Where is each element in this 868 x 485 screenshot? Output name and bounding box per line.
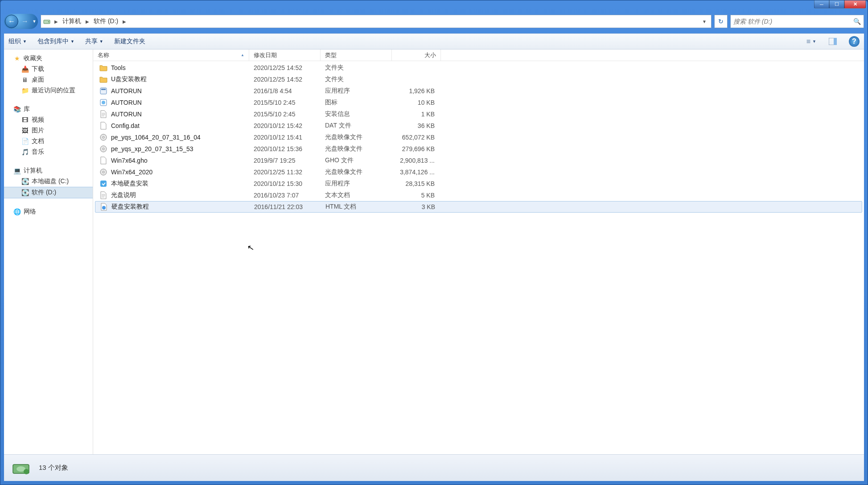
file-name-cell: pe_yqs_1064_20_07_31_16_04 [95, 133, 249, 141]
refresh-button[interactable]: ↻ [714, 15, 728, 28]
sidebar-item-pictures[interactable]: 🖼图片 [4, 125, 93, 136]
sidebar-item-recent[interactable]: 📁 最近访问的位置 [4, 85, 93, 96]
file-row[interactable]: Config.dat2020/10/12 15:42DAT 文件36 KB [95, 120, 862, 132]
file-icon [99, 133, 107, 141]
chevron-right-icon[interactable]: ▶ [83, 19, 92, 24]
search-box[interactable]: 🔍 [730, 15, 864, 28]
file-date: 2015/5/10 2:45 [249, 99, 321, 106]
breadcrumb-drive[interactable]: 软件 (D:) [92, 16, 120, 26]
include-library-menu[interactable]: 包含到库中▼ [37, 37, 74, 45]
drive-icon [43, 17, 51, 25]
organize-menu[interactable]: 组织▼ [8, 37, 27, 45]
file-type: 应用程序 [321, 180, 392, 188]
sidebar-item-drive-c[interactable]: 💽本地磁盘 (C:) [4, 176, 93, 187]
file-name-cell: AUTORUN [95, 87, 249, 95]
file-name: Win7x64.gho [111, 157, 148, 164]
star-icon: ★ [13, 54, 21, 62]
file-type: 应用程序 [321, 87, 392, 95]
minimize-button[interactable]: ─ [814, 0, 829, 8]
file-date: 2020/12/25 11:32 [249, 169, 321, 176]
svg-point-1 [48, 21, 49, 22]
file-row[interactable]: Tools2020/12/25 14:52文件夹 [95, 62, 862, 74]
file-name-cell: 光盘说明 [95, 191, 249, 199]
file-name-cell: Config.dat [95, 122, 249, 130]
sidebar-network-header[interactable]: 🌐 网络 [4, 206, 93, 217]
view-mode-button[interactable]: ▼ [806, 36, 817, 47]
chevron-right-icon[interactable]: ▶ [52, 19, 61, 24]
drive-icon: 💽 [21, 189, 29, 197]
help-button[interactable]: ? [849, 36, 860, 47]
svg-point-21 [24, 469, 29, 474]
column-name[interactable]: 名称▲ [93, 49, 249, 61]
address-bar[interactable]: ▶ 计算机 ▶ 软件 (D:) ▶ ▼ [41, 15, 712, 28]
maximize-button[interactable]: ☐ [829, 0, 844, 8]
preview-pane-button[interactable] [827, 36, 838, 47]
file-date: 2020/10/12 15:30 [249, 180, 321, 187]
file-row[interactable]: U盘安装教程2020/12/25 14:52文件夹 [95, 74, 862, 85]
column-headers: 名称▲ 修改日期 类型 大小 [93, 49, 864, 61]
file-list: 名称▲ 修改日期 类型 大小 Tools2020/12/25 14:52文件夹U… [93, 49, 864, 454]
file-row[interactable]: pe_yqs_1064_20_07_31_16_042020/10/12 15:… [95, 132, 862, 143]
file-row[interactable]: AUTORUN2016/1/8 4:54应用程序1,926 KB [95, 85, 862, 97]
new-folder-button[interactable]: 新建文件夹 [114, 37, 145, 45]
file-size: 3,874,126 ... [392, 169, 439, 176]
back-button[interactable]: ← [5, 15, 18, 28]
file-row[interactable]: 本地硬盘安装2020/10/12 15:30应用程序28,315 KB [95, 178, 862, 189]
breadcrumb-computer[interactable]: 计算机 [61, 16, 83, 26]
libraries-icon: 📚 [13, 105, 21, 113]
file-name: Tools [111, 64, 126, 71]
file-name-cell: U盘安装教程 [95, 75, 249, 83]
sidebar-item-music[interactable]: 🎵音乐 [4, 147, 93, 157]
sidebar-item-desktop[interactable]: 🖥 桌面 [4, 74, 93, 85]
video-icon: 🎞 [21, 116, 29, 124]
nav-arrows: ← → ▼ [4, 14, 38, 29]
navigation-bar: ← → ▼ ▶ 计算机 ▶ 软件 (D:) ▶ ▼ ↻ 🔍 [4, 12, 864, 31]
navigation-pane: ★ 收藏夹 📥 下载 🖥 桌面 📁 最近访问的位置 📚 [4, 49, 93, 454]
file-icon [99, 110, 107, 118]
file-date: 2020/10/12 15:36 [249, 145, 321, 152]
computer-icon: 💻 [13, 167, 21, 175]
status-bar: 13 个对象 [4, 454, 864, 481]
drive-icon: 💽 [21, 177, 29, 185]
column-date[interactable]: 修改日期 [249, 49, 321, 61]
file-row[interactable]: 光盘说明2016/10/23 7:07文本文档5 KB [95, 189, 862, 201]
titlebar: ─ ☐ ✕ [0, 0, 868, 12]
file-row[interactable]: pe_yqs_xp_20_07_31_15_532020/10/12 15:36… [95, 143, 862, 155]
file-size: 5 KB [392, 192, 439, 199]
file-type: 光盘映像文件 [321, 133, 392, 141]
nav-history-dropdown[interactable]: ▼ [32, 19, 37, 24]
toolbar: 组织▼ 包含到库中▼ 共享▼ 新建文件夹 ▼ ? [4, 33, 864, 49]
downloads-icon: 📥 [21, 65, 29, 73]
address-dropdown[interactable]: ▼ [699, 19, 709, 24]
file-row[interactable]: Win7x64_20202020/12/25 11:32光盘映像文件3,874,… [95, 166, 862, 178]
column-size[interactable]: 大小 [392, 49, 441, 61]
file-row[interactable]: AUTORUN2015/5/10 2:45安装信息1 KB [95, 108, 862, 120]
sidebar-item-documents[interactable]: 📄文档 [4, 136, 93, 147]
sidebar-libraries-header[interactable]: 📚 库 [4, 104, 93, 115]
file-type: 文件夹 [321, 75, 392, 83]
sidebar-favorites-group: ★ 收藏夹 📥 下载 🖥 桌面 📁 最近访问的位置 [4, 53, 93, 96]
column-type[interactable]: 类型 [321, 49, 392, 61]
share-menu[interactable]: 共享▼ [85, 37, 103, 45]
search-input[interactable] [733, 18, 853, 25]
pictures-icon: 🖼 [21, 127, 29, 135]
close-button[interactable]: ✕ [844, 0, 866, 8]
forward-button[interactable]: → [18, 15, 32, 28]
file-name: pe_yqs_xp_20_07_31_15_53 [111, 145, 193, 152]
recent-icon: 📁 [21, 86, 29, 95]
sidebar-item-downloads[interactable]: 📥 下载 [4, 64, 93, 74]
chevron-right-icon[interactable]: ▶ [120, 19, 129, 24]
sidebar-favorites-header[interactable]: ★ 收藏夹 [4, 53, 93, 64]
svg-rect-17 [100, 181, 107, 187]
sidebar-computer-header[interactable]: 💻 计算机 [4, 165, 93, 176]
file-type: GHO 文件 [321, 156, 392, 164]
file-name: pe_yqs_1064_20_07_31_16_04 [111, 134, 201, 141]
sidebar-item-drive-d[interactable]: 💽软件 (D:) [4, 187, 93, 198]
file-row[interactable]: 硬盘安装教程2016/11/21 22:03HTML 文档3 KB [95, 201, 862, 213]
file-type: DAT 文件 [321, 122, 392, 130]
sidebar-item-videos[interactable]: 🎞视频 [4, 115, 93, 125]
file-row[interactable]: Win7x64.gho2019/9/7 19:25GHO 文件2,900,813… [95, 155, 862, 166]
file-icon [99, 122, 107, 130]
file-row[interactable]: AUTORUN2015/5/10 2:45图标10 KB [95, 97, 862, 108]
file-date: 2016/1/8 4:54 [249, 87, 321, 95]
